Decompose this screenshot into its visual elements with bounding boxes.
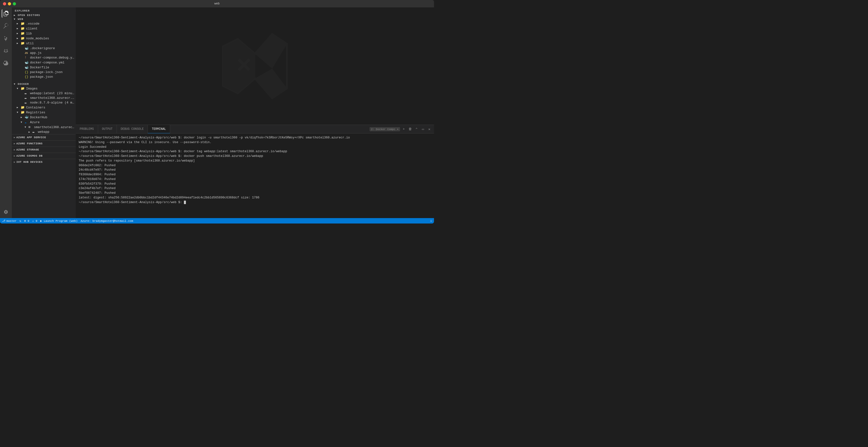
folder-icon: 📁 (21, 41, 25, 45)
smiley-icon: ☺ (430, 219, 432, 223)
branch-icon: ⎇ (2, 219, 5, 223)
smarthotel-registry[interactable]: ▼ ⊞ smarthotel360.azurecr.io (12, 125, 76, 130)
azure-cosmos-header[interactable]: ▶ AZURE COSMOS DB (12, 153, 76, 159)
dockerhub-icon: 🐳 (25, 115, 29, 119)
image-icon: ▬ (25, 101, 29, 104)
split-terminal-icon[interactable]: ▭ (420, 126, 426, 132)
azure-storage-section: ▶ AZURE STORAGE (12, 147, 76, 153)
webapp-registry-repo[interactable]: ▶ ▬ webapp (12, 130, 76, 134)
azure-storage-label: AZURE STORAGE (17, 148, 39, 151)
warnings-label: ⚠ 0 (32, 219, 37, 223)
branch-item[interactable]: ⎇ master (2, 219, 17, 223)
content-area: ✕ PROBLEMS OUTPUT DEBUG CONSOLE TER (76, 7, 434, 218)
active-terminal-selector[interactable]: 2: Docker Compc ▾ (370, 127, 400, 131)
node-alpine-image[interactable]: ▬ node:8.7.0-alpine (4 months ago) (12, 100, 76, 105)
azure-app-service-section: ▶ AZURE APP SERVICE (12, 134, 76, 140)
whale-icon: 🐋 (25, 61, 29, 64)
open-editors-arrow: ▶ (14, 14, 18, 17)
azure-app-service-label: AZURE APP SERVICE (17, 136, 46, 139)
add-terminal-icon[interactable]: + (401, 126, 406, 132)
terminal-line-12: 5bef08742407: Pushed (79, 191, 431, 195)
folder-icon: 📁 (21, 36, 25, 40)
docker-compose-file[interactable]: 🐋 docker-compose.yml (12, 60, 76, 65)
azure-storage-header[interactable]: ▶ AZURE STORAGE (12, 147, 76, 153)
package-lock-file[interactable]: {} package-lock.json (12, 70, 76, 74)
minimize-button[interactable] (8, 2, 11, 5)
open-editors-header[interactable]: ▶ OPEN EDITORS (12, 13, 76, 17)
azure-account-item[interactable]: Azure: bradymgaster@hotmail.com (81, 219, 133, 223)
docker-header[interactable]: ▼ DOCKER (12, 82, 76, 86)
terminal-content[interactable]: ~/source/SmartHotel360-Sentiment-Analysi… (76, 133, 434, 218)
activity-bar (0, 7, 12, 218)
folder-icon: 📁 (21, 27, 25, 31)
maximize-button[interactable] (13, 2, 16, 5)
client-folder[interactable]: ▶ 📁 client (12, 26, 76, 31)
web-folder-header[interactable]: ▼ WEB (12, 17, 76, 21)
debug-activity-icon[interactable] (2, 46, 10, 55)
explorer-activity-icon[interactable] (2, 9, 10, 18)
containers-folder[interactable]: ▶ 📁 Containers (12, 105, 76, 110)
extensions-activity-icon[interactable] (2, 59, 10, 67)
node-modules-folder[interactable]: ▶ 📁 node_modules (12, 36, 76, 41)
iot-hub-header[interactable]: ▶ IOT HUB DEVICES (12, 159, 76, 165)
package-json-file[interactable]: {} package.json (12, 74, 76, 79)
iot-hub-section: ▶ IOT HUB DEVICES (12, 159, 76, 165)
status-bar: ⎇ master ↻ ⊗ 0 ⚠ 0 ▶ Launch Program (web… (0, 218, 434, 224)
docker-compose-debug-file[interactable]: ! docker-compose.debug.yml (12, 55, 76, 60)
sync-icon: ↻ (20, 219, 21, 223)
cursor (184, 201, 186, 204)
web-folder-arrow: ▼ (14, 18, 18, 21)
dockerhub-folder[interactable]: ▶ 🐳 DockerHub (12, 115, 76, 120)
launch-program-item[interactable]: ▶ Launch Program (web) (40, 219, 78, 223)
azure-folder[interactable]: ▼ ☁ Azure (12, 120, 76, 125)
azure-icon: ☁ (25, 120, 29, 124)
terminal-panel: PROBLEMS OUTPUT DEBUG CONSOLE TERMINAL 2… (76, 125, 434, 218)
image-icon: ▬ (25, 96, 29, 100)
azure-functions-header[interactable]: ▶ AZURE FUNCTIONS (12, 141, 76, 147)
errors-item[interactable]: ⊗ 0 (24, 219, 29, 223)
status-bar-right: ☺ (430, 219, 432, 223)
terminal-tab[interactable]: TERMINAL (148, 125, 170, 133)
main-layout: EXPLORER ▶ OPEN EDITORS ▼ WEB ▶ 📁 .vscod… (0, 7, 434, 218)
kill-terminal-icon[interactable]: 🗑 (407, 126, 413, 132)
warnings-item[interactable]: ⚠ 0 (32, 219, 37, 223)
registries-folder[interactable]: ▼ 📁 Registries (12, 110, 76, 115)
problems-tab[interactable]: PROBLEMS (76, 125, 98, 133)
source-control-activity-icon[interactable] (2, 34, 10, 42)
dockerignore-file[interactable]: 🐋 .dockerignore (12, 46, 76, 51)
azure-app-service-header[interactable]: ▶ AZURE APP SERVICE (12, 134, 76, 140)
output-tab[interactable]: OUTPUT (98, 125, 117, 133)
smiley-item[interactable]: ☺ (430, 219, 432, 223)
errors-label: ⊗ 0 (24, 219, 29, 223)
window-controls (3, 2, 16, 5)
web-folder-label: WEB (18, 18, 76, 21)
lib-folder[interactable]: ▶ 📁 lib (12, 31, 76, 36)
js-icon: JS (25, 52, 29, 55)
search-activity-icon[interactable] (2, 22, 10, 30)
util-folder[interactable]: ▶ 📁 util (12, 41, 76, 46)
settings-activity-icon[interactable] (2, 208, 10, 216)
braces-icon: {} (25, 70, 29, 74)
file-icon: 🐋 (25, 46, 29, 50)
terminal-line-13: latest: digest: sha256:58922ae2db0bbc1bd… (79, 195, 431, 200)
terminal-line-2: Login Succeeded (79, 145, 431, 150)
branch-name: master (6, 219, 17, 223)
close-panel-icon[interactable]: ✕ (427, 126, 432, 132)
dockerfile-file[interactable]: 🐋 Dockerfile (12, 65, 76, 70)
close-button[interactable] (3, 2, 6, 5)
terminal-line-5: The push refers to repository [smarthote… (79, 159, 431, 163)
terminal-line-6: 060de24fc002: Pushed (79, 163, 431, 168)
webapp-latest-image[interactable]: ▬ webapp:latest (23 minutes ago) (12, 91, 76, 96)
maximize-panel-icon[interactable]: ⌃ (414, 126, 419, 132)
sidebar: EXPLORER ▶ OPEN EDITORS ▼ WEB ▶ 📁 .vscod… (12, 7, 76, 218)
terminal-line-9: 174c7816b074: Pushed (79, 177, 431, 182)
docker-section: ▼ DOCKER ▼ 📁 Images ▬ webapp:latest (23 … (12, 80, 76, 134)
appjs-file[interactable]: JS app.js (12, 51, 76, 55)
debug-console-tab[interactable]: DEBUG CONSOLE (117, 125, 148, 133)
azure-app-service-arrow: ▶ (14, 136, 16, 139)
sync-item[interactable]: ↻ (20, 219, 21, 223)
folder-icon: 📁 (21, 22, 25, 26)
smarthotel-webapp-image[interactable]: ▬ smarthotel360.azurecr.io/webapp:latest… (12, 96, 76, 100)
images-folder[interactable]: ▼ 📁 Images (12, 86, 76, 91)
vscode-folder[interactable]: ▶ 📁 .vscode (12, 21, 76, 26)
